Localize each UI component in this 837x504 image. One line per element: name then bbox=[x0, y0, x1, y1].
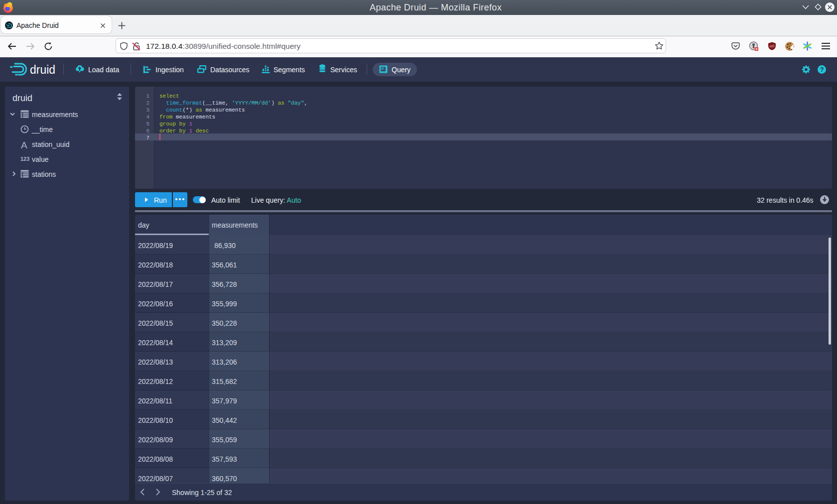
svg-text:uO: uO bbox=[770, 44, 775, 48]
